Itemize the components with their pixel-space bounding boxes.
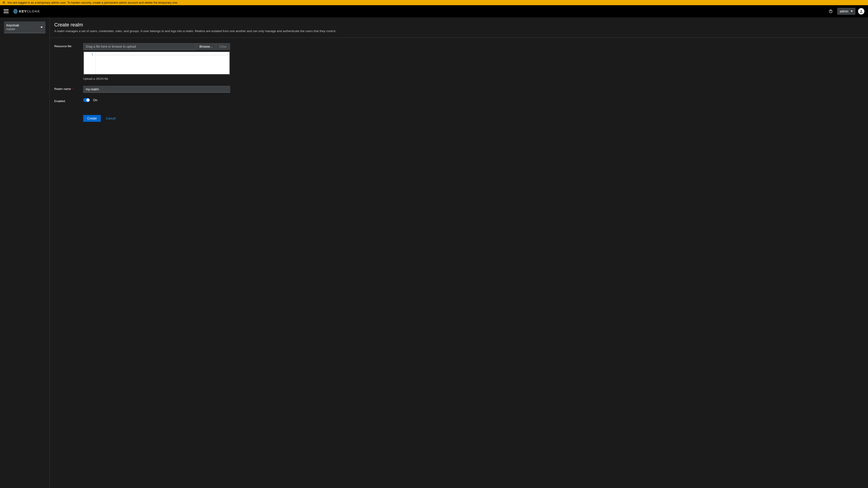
line-number: 1 — [84, 53, 93, 56]
cancel-button[interactable]: Cancel — [106, 117, 116, 120]
help-button[interactable] — [827, 7, 835, 15]
warning-icon — [2, 1, 5, 4]
sidebar: Keycloak master — [0, 18, 50, 488]
warning-text: You are logged in as a temporary admin u… — [7, 1, 178, 4]
svg-point-6 — [861, 10, 862, 11]
editor-gutter: 1 — [84, 52, 96, 74]
brand-logo[interactable]: KEY CLOAK — [13, 8, 52, 14]
page-title: Create realm — [54, 22, 864, 28]
page-description: A realm manages a set of users, credenti… — [54, 29, 864, 33]
temporary-admin-warning-banner: You are logged in as a temporary admin u… — [0, 0, 868, 5]
realm-selector-dropdown[interactable]: Keycloak master — [4, 22, 45, 33]
page-header: Create realm A realm manages a set of us… — [50, 18, 868, 38]
json-editor[interactable]: 1 — [83, 51, 230, 75]
top-nav: KEY CLOAK admin — [0, 5, 868, 18]
nav-toggle-button[interactable] — [4, 9, 8, 14]
required-indicator: * — [72, 87, 73, 91]
create-realm-form: Resource file Drag a file here or browse… — [50, 38, 868, 133]
enabled-toggle[interactable] — [83, 98, 90, 102]
realm-name-label: Realm name — [54, 87, 71, 91]
user-menu-label: admin — [840, 9, 848, 13]
file-dropzone[interactable]: Drag a file here or browse to upload — [83, 43, 196, 50]
realm-selector-current: master — [6, 27, 19, 31]
clear-button[interactable]: Clear — [216, 43, 230, 50]
main-content: Create realm A realm manages a set of us… — [50, 18, 868, 488]
svg-text:KEY: KEY — [19, 9, 27, 13]
enabled-state-label: On — [93, 98, 97, 102]
svg-text:CLOAK: CLOAK — [27, 9, 40, 13]
create-button[interactable]: Create — [83, 115, 101, 122]
realm-name-input[interactable] — [83, 86, 230, 93]
upload-hint: Upload a JSON file — [83, 77, 230, 80]
resource-file-label: Resource file — [54, 43, 83, 48]
caret-down-icon — [850, 9, 853, 13]
editor-body[interactable] — [96, 52, 229, 74]
enabled-label: Enabled — [54, 98, 83, 103]
user-menu-dropdown[interactable]: admin — [837, 8, 855, 15]
user-avatar[interactable] — [858, 8, 864, 14]
browse-button[interactable]: Browse... — [196, 43, 216, 50]
realm-selector-title: Keycloak — [6, 23, 19, 27]
caret-down-icon — [40, 26, 43, 29]
